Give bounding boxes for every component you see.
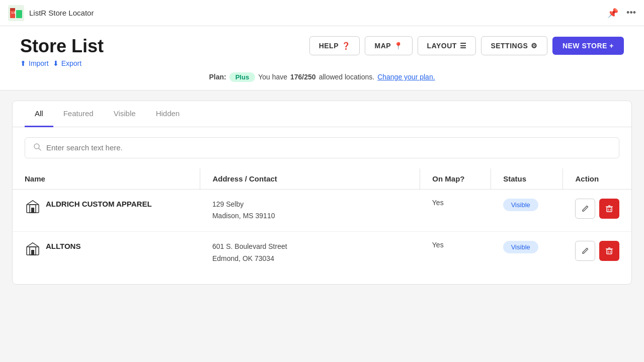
export-icon: ⬇ bbox=[53, 59, 59, 67]
store-name-cell-2: ALLTONS bbox=[13, 232, 200, 274]
pin-icon[interactable]: 📌 bbox=[607, 8, 618, 19]
change-plan-link[interactable]: Change your plan. bbox=[377, 73, 435, 81]
store-address-line1-2: 601 S. Boulevard Street bbox=[212, 242, 287, 250]
store-address-line2-2: Edmond, OK 73034 bbox=[212, 254, 274, 262]
tab-featured[interactable]: Featured bbox=[53, 101, 104, 127]
table-body: ALDRICH CUSTOM APPAREL 129 Selby Madison… bbox=[13, 189, 631, 274]
col-header-status: Status bbox=[491, 168, 563, 190]
map-icon: 📍 bbox=[394, 42, 403, 50]
svg-rect-17 bbox=[31, 250, 34, 255]
more-options-icon[interactable]: ••• bbox=[626, 8, 636, 18]
plan-badge: Plus bbox=[229, 72, 255, 82]
app-icon: LS bbox=[8, 5, 24, 21]
topbar: LS ListR Store Locator 📌 ••• bbox=[0, 0, 644, 26]
tab-all[interactable]: All bbox=[25, 101, 53, 127]
store-action-cell-1 bbox=[563, 189, 631, 232]
action-buttons-1 bbox=[575, 199, 619, 219]
import-button[interactable]: ⬆ Import bbox=[20, 59, 49, 67]
layout-button[interactable]: LAYOUT ☰ bbox=[418, 36, 476, 55]
store-onmap-cell-2: Yes bbox=[420, 232, 491, 274]
store-name-text-1: ALDRICH CUSTOM APPAREL bbox=[46, 199, 152, 209]
toolbar-buttons: HELP ❓ MAP 📍 LAYOUT ☰ SETTINGS ⚙ NEW STO… bbox=[309, 36, 624, 55]
search-icon bbox=[33, 143, 41, 153]
store-address-line1-1: 129 Selby bbox=[212, 200, 244, 208]
settings-label: SETTINGS bbox=[491, 42, 528, 50]
page-title: Store List bbox=[20, 36, 104, 56]
delete-button-1[interactable] bbox=[599, 199, 619, 219]
map-button[interactable]: MAP 📍 bbox=[365, 36, 412, 55]
svg-rect-10 bbox=[607, 207, 612, 212]
store-address-cell-1: 129 Selby Madison, MS 39110 bbox=[200, 189, 420, 232]
col-header-address: Address / Contact bbox=[200, 168, 420, 190]
tabs: All Featured Visible Hidden bbox=[13, 101, 631, 127]
svg-line-6 bbox=[39, 148, 41, 150]
new-store-label: NEW STORE + bbox=[562, 42, 614, 50]
store-status-cell-2: Visible bbox=[491, 232, 563, 274]
import-icon: ⬆ bbox=[20, 59, 26, 67]
store-address-cell-2: 601 S. Boulevard Street Edmond, OK 73034 bbox=[200, 232, 420, 274]
svg-text:LS: LS bbox=[12, 11, 16, 14]
help-button[interactable]: HELP ❓ bbox=[309, 36, 360, 55]
new-store-button[interactable]: NEW STORE + bbox=[552, 37, 624, 55]
store-status-cell-1: Visible bbox=[491, 189, 563, 232]
plan-label: Plan: bbox=[209, 73, 226, 81]
topbar-right: 📌 ••• bbox=[607, 8, 636, 19]
store-table: Name Address / Contact On Map? Status Ac… bbox=[13, 168, 631, 274]
store-name-cell-1: ALDRICH CUSTOM APPAREL bbox=[13, 189, 200, 232]
col-header-action: Action bbox=[563, 168, 631, 190]
search-input[interactable] bbox=[46, 143, 611, 152]
table-header: Name Address / Contact On Map? Status Ac… bbox=[13, 168, 631, 190]
store-name-text-2: ALLTONS bbox=[46, 241, 80, 251]
tab-visible[interactable]: Visible bbox=[104, 101, 146, 127]
table-row: ALLTONS 601 S. Boulevard Street Edmond, … bbox=[13, 232, 631, 274]
delete-button-2[interactable] bbox=[599, 241, 619, 261]
help-label: HELP bbox=[319, 42, 339, 50]
edit-button-1[interactable] bbox=[575, 199, 595, 219]
svg-rect-18 bbox=[607, 249, 612, 254]
search-bar bbox=[25, 137, 619, 158]
edit-button-2[interactable] bbox=[575, 241, 595, 261]
settings-icon: ⚙ bbox=[531, 42, 538, 50]
store-address-line2-1: Madison, MS 39110 bbox=[212, 212, 275, 220]
col-header-onmap: On Map? bbox=[420, 168, 491, 190]
svg-rect-2 bbox=[16, 10, 22, 18]
main-content: All Featured Visible Hidden Name Address… bbox=[12, 101, 632, 285]
store-name-wrapper-1: ALDRICH CUSTOM APPAREL bbox=[25, 199, 200, 215]
tab-hidden[interactable]: Hidden bbox=[146, 101, 190, 127]
plan-count: 176/250 bbox=[290, 73, 316, 81]
store-name-wrapper-2: ALLTONS bbox=[25, 241, 200, 257]
map-label: MAP bbox=[374, 42, 391, 50]
svg-rect-9 bbox=[31, 208, 34, 213]
store-icon-1 bbox=[25, 199, 41, 215]
settings-button[interactable]: SETTINGS ⚙ bbox=[481, 36, 547, 55]
export-button[interactable]: ⬇ Export bbox=[53, 59, 82, 67]
import-label: Import bbox=[29, 59, 49, 67]
page-title-section: Store List ⬆ Import ⬇ Export bbox=[20, 36, 104, 67]
export-label: Export bbox=[61, 59, 82, 67]
plan-message-suffix: allowed locations. bbox=[319, 73, 375, 81]
store-action-cell-2 bbox=[563, 232, 631, 274]
status-badge-1: Visible bbox=[503, 199, 538, 211]
status-badge-2: Visible bbox=[503, 241, 538, 253]
store-onmap-cell-1: Yes bbox=[420, 189, 491, 232]
svg-rect-3 bbox=[10, 8, 15, 11]
col-header-name: Name bbox=[13, 168, 200, 190]
layout-icon: ☰ bbox=[460, 42, 467, 50]
plan-bar: Plan: Plus You have 176/250 allowed loca… bbox=[20, 67, 624, 84]
layout-label: LAYOUT bbox=[427, 42, 457, 50]
page-actions-top: ⬆ Import ⬇ Export bbox=[20, 59, 104, 67]
action-buttons-2 bbox=[575, 241, 619, 261]
table-row: ALDRICH CUSTOM APPAREL 129 Selby Madison… bbox=[13, 189, 631, 232]
help-icon: ❓ bbox=[342, 42, 351, 50]
page-header-top: Store List ⬆ Import ⬇ Export HELP ❓ MAP … bbox=[20, 36, 624, 67]
app-title: ListR Store Locator bbox=[29, 9, 94, 17]
store-icon-2 bbox=[25, 241, 41, 257]
plan-message-prefix: You have bbox=[258, 73, 287, 81]
page-header: Store List ⬆ Import ⬇ Export HELP ❓ MAP … bbox=[0, 26, 644, 90]
topbar-left: LS ListR Store Locator bbox=[8, 5, 94, 21]
